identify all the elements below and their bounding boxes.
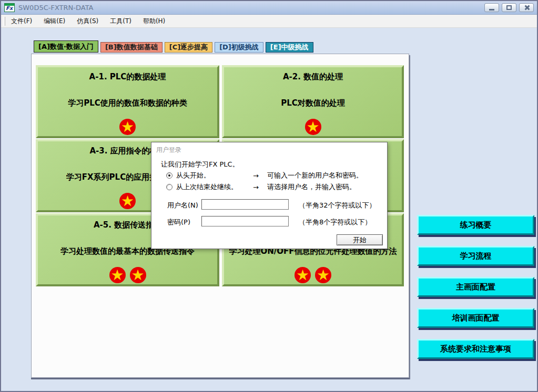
star-icon	[315, 267, 331, 283]
difficulty-stars	[38, 119, 217, 135]
category-tabs: [A]数值·数据入门 [B]数值数据基础 [C]逐步提高 [D]初级挑战 [E]…	[34, 40, 313, 53]
difficulty-stars	[224, 267, 402, 283]
username-hint: （半角32个字符或以下）	[299, 201, 376, 210]
star-icon	[119, 193, 136, 209]
system-requirements-button[interactable]: 系统要求和注意事项	[417, 339, 534, 359]
menu-edit[interactable]: 编辑(E)	[38, 15, 71, 28]
lesson-panel-a1[interactable]: A-1. PLC的数据处理 学习PLC使用的数值和数据的种类	[36, 65, 219, 138]
lesson-panel-a2[interactable]: A-2. 数值的处理 PLC对数值的处理	[222, 65, 404, 138]
start-fresh-option-row: 从头开始。 → 可输入一个新的用户名和密码。	[166, 171, 383, 180]
difficulty-stars	[38, 267, 217, 283]
menu-simulation[interactable]: 仿真(S)	[71, 15, 104, 28]
username-input[interactable]	[201, 199, 289, 210]
tab-b-basics[interactable]: [B]数值数据基础	[100, 42, 163, 53]
minimize-button[interactable]	[484, 3, 499, 12]
username-label: 用户名(N)	[167, 201, 198, 210]
tab-a-intro[interactable]: [A]数值·数据入门	[34, 40, 98, 53]
lesson-title: A-1. PLC的数据处理	[38, 72, 217, 82]
dialog-title: 用户登录	[156, 146, 181, 154]
password-input[interactable]	[201, 216, 289, 226]
lesson-title: A-2. 数值的处理	[224, 72, 402, 82]
minimize-icon	[489, 9, 494, 11]
star-icon	[295, 267, 311, 283]
tab-d-beginner-challenge[interactable]: [D]初级挑战	[215, 42, 263, 53]
password-label: 密码(P)	[167, 218, 190, 227]
close-button[interactable]	[519, 3, 534, 12]
window-controls	[484, 3, 534, 12]
menu-tools[interactable]: 工具(T)	[104, 15, 137, 28]
start-button[interactable]: 开始	[337, 234, 383, 245]
exercise-overview-button[interactable]: 练习概要	[417, 215, 534, 235]
dialog-intro-text: 让我们开始学习FX PLC。	[161, 160, 239, 169]
star-icon	[119, 119, 136, 135]
maximize-button[interactable]	[502, 3, 516, 12]
lesson-subtitle: PLC对数值的处理	[224, 98, 402, 108]
fx-app-icon: Fx	[4, 3, 15, 12]
continue-option-row: 从上次结束处继续。 → 请选择用户名，并输入密码。	[166, 183, 383, 191]
star-icon	[305, 119, 321, 135]
username-row: 用户名(N) （半角32个字符或以下）	[167, 199, 383, 211]
menu-file[interactable]: 文件(F)	[5, 15, 38, 28]
password-hint: （半角8个字符或以下）	[299, 218, 371, 227]
menu-help[interactable]: 帮助(H)	[137, 15, 171, 28]
star-icon	[130, 267, 146, 283]
lesson-subtitle: 学习PLC使用的数值和数据的种类	[38, 98, 217, 108]
continue-label: 从上次结束处继续。	[176, 182, 238, 192]
arrow-icon: →	[253, 183, 259, 191]
window-title: SW0D5C-FXTRN-DATA	[18, 4, 93, 12]
arrow-icon: →	[253, 172, 259, 180]
difficulty-stars	[224, 119, 402, 135]
fx-icon-letters: Fx	[6, 6, 13, 11]
star-icon	[109, 267, 126, 283]
tab-c-stepup[interactable]: [C]逐步提高	[165, 42, 212, 53]
user-login-dialog: 用户登录 让我们开始学习FX PLC。 从头开始。 → 可输入一个新的用户名和密…	[151, 142, 388, 249]
maximize-icon	[506, 5, 512, 10]
start-fresh-label: 从头开始。	[176, 171, 210, 180]
close-icon	[524, 5, 530, 11]
app-window: Fx SW0D5C-FXTRN-DATA 文件(F) 编辑(E) 仿真(S) 工…	[0, 0, 538, 392]
start-fresh-radio[interactable]	[166, 172, 172, 179]
learning-flow-button[interactable]: 学习流程	[417, 246, 534, 266]
title-bar: Fx SW0D5C-FXTRN-DATA	[1, 1, 537, 15]
continue-radio[interactable]	[166, 184, 172, 190]
continue-hint: 请选择用户名，并输入密码。	[267, 182, 356, 192]
menu-bar: 文件(F) 编辑(E) 仿真(S) 工具(T) 帮助(H)	[1, 15, 537, 28]
main-screen-config-button[interactable]: 主画面配置	[417, 277, 534, 297]
training-screen-config-button[interactable]: 培训画面配置	[417, 308, 534, 328]
password-row: 密码(P) （半角8个字符或以下）	[167, 216, 383, 228]
start-fresh-hint: 可输入一个新的用户名和密码。	[267, 171, 363, 180]
tab-e-intermediate-challenge[interactable]: [E]中级挑战	[266, 42, 313, 53]
